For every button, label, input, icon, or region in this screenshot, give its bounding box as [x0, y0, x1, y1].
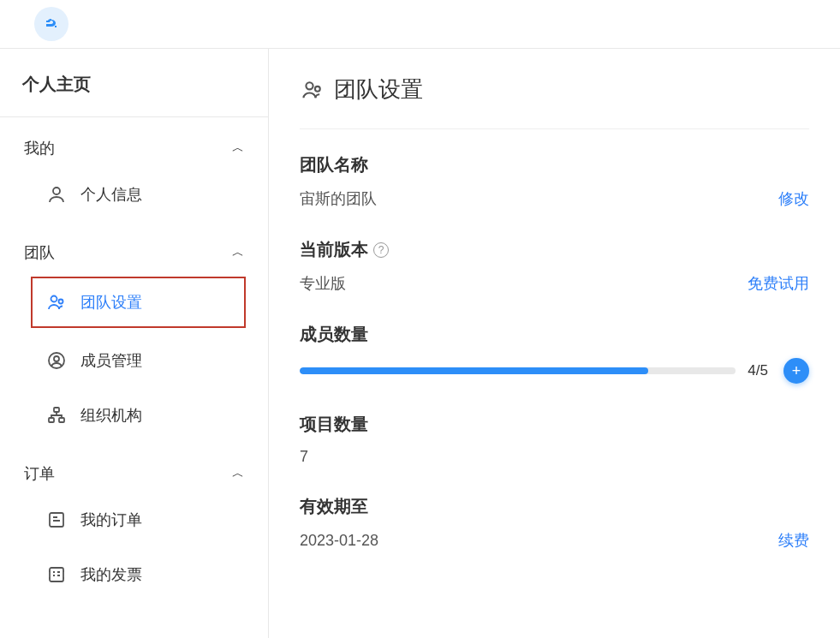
- svg-point-11: [315, 86, 320, 91]
- member-progress-fill: [300, 367, 648, 374]
- field-projects: 项目数量 7: [300, 413, 809, 466]
- sidebar-item-members[interactable]: 成员管理: [0, 333, 268, 388]
- sidebar-section-label: 团队: [24, 242, 55, 263]
- field-version: 当前版本 ? 专业版 免费试用: [300, 238, 809, 294]
- svg-rect-9: [50, 568, 63, 581]
- member-progress-bar: [300, 367, 736, 374]
- sidebar-item-label: 我的订单: [80, 510, 142, 530]
- sidebar-item-label: 个人信息: [80, 184, 142, 205]
- field-members: 成员数量 4/5 +: [300, 323, 809, 384]
- plus-icon: +: [792, 362, 801, 380]
- chevron-up-icon: ︿: [232, 245, 244, 260]
- sidebar-item-label: 成员管理: [80, 350, 142, 371]
- svg-rect-8: [50, 513, 63, 527]
- member-count-text: 4/5: [748, 362, 768, 379]
- field-label: 项目数量: [300, 413, 809, 436]
- main-content: 团队设置 团队名称 宙斯的团队 修改 当前版本 ? 专业版 免费试用 成员数量: [269, 49, 840, 638]
- edit-team-name-link[interactable]: 修改: [778, 188, 809, 209]
- sidebar: 个人主页 我的 ︿ 个人信息 团队 ︿ 团队设置 成员管理: [0, 49, 269, 638]
- page-title: 团队设置: [300, 75, 809, 129]
- member-icon: [45, 349, 69, 373]
- team-name-value: 宙斯的团队: [300, 188, 377, 209]
- team-icon: [300, 77, 325, 103]
- project-count-value: 7: [300, 448, 308, 466]
- svg-point-4: [54, 356, 59, 361]
- org-icon: [45, 403, 69, 427]
- sidebar-item-my-orders[interactable]: 我的订单: [0, 492, 268, 547]
- version-value: 专业版: [300, 273, 346, 294]
- svg-rect-7: [59, 418, 64, 422]
- sidebar-item-org[interactable]: 组织机构: [0, 388, 268, 443]
- field-label: 有效期至: [300, 495, 809, 518]
- sidebar-item-label: 我的发票: [80, 564, 142, 585]
- sidebar-section-team[interactable]: 团队 ︿: [0, 222, 268, 271]
- expiry-value: 2023-01-28: [300, 532, 378, 550]
- sidebar-section-my[interactable]: 我的 ︿: [0, 117, 268, 167]
- sidebar-title: 个人主页: [0, 49, 268, 117]
- svg-rect-6: [49, 418, 54, 422]
- field-expiry: 有效期至 2023-01-28 续费: [300, 495, 809, 551]
- logo-icon: [41, 14, 62, 34]
- field-label: 成员数量: [300, 323, 809, 346]
- chevron-up-icon: ︿: [232, 140, 244, 156]
- sidebar-item-label: 组织机构: [80, 405, 142, 426]
- help-icon[interactable]: ?: [373, 242, 389, 258]
- free-trial-link[interactable]: 免费试用: [748, 273, 809, 294]
- app-header: [0, 0, 840, 49]
- invoice-icon: [45, 563, 69, 587]
- svg-rect-5: [54, 408, 59, 412]
- chevron-up-icon: ︿: [232, 466, 244, 481]
- svg-point-10: [306, 82, 313, 89]
- sidebar-item-my-invoices[interactable]: 我的发票: [0, 547, 268, 602]
- user-icon: [45, 182, 69, 206]
- page-title-text: 团队设置: [334, 75, 423, 104]
- sidebar-section-label: 我的: [24, 138, 55, 158]
- sidebar-item-label: 团队设置: [80, 292, 142, 313]
- sidebar-section-label: 订单: [24, 463, 55, 484]
- svg-point-0: [53, 188, 60, 194]
- field-team-name: 团队名称 宙斯的团队 修改: [300, 153, 809, 209]
- renew-link[interactable]: 续费: [778, 530, 809, 551]
- svg-point-1: [51, 296, 57, 302]
- order-icon: [45, 508, 69, 532]
- sidebar-item-profile[interactable]: 个人信息: [0, 167, 268, 222]
- field-label: 团队名称: [300, 153, 809, 176]
- app-logo[interactable]: [34, 7, 69, 41]
- add-member-button[interactable]: +: [783, 358, 809, 384]
- field-label: 当前版本 ?: [300, 238, 809, 261]
- sidebar-item-team-settings[interactable]: 团队设置: [31, 277, 246, 328]
- team-icon: [45, 290, 69, 314]
- svg-point-2: [59, 300, 63, 304]
- sidebar-section-orders[interactable]: 订单 ︿: [0, 443, 268, 492]
